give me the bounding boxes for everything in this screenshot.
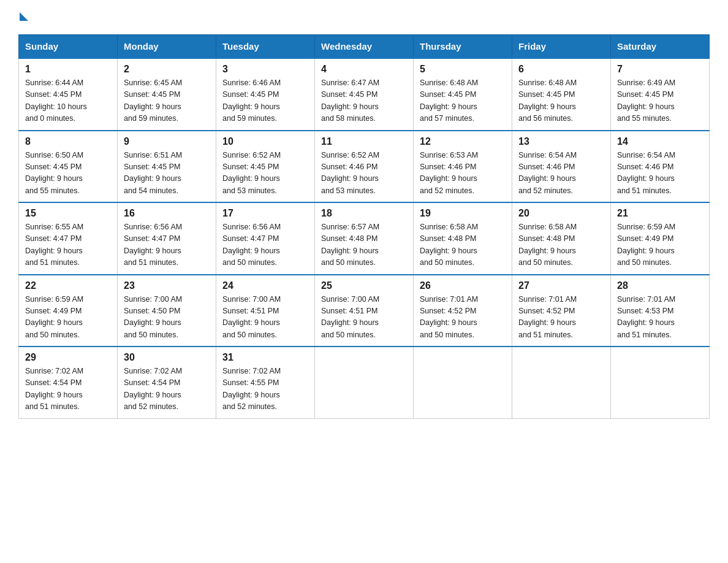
day-info: Sunrise: 6:58 AMSunset: 4:48 PMDaylight:… xyxy=(518,223,577,267)
day-info: Sunrise: 6:51 AMSunset: 4:45 PMDaylight:… xyxy=(124,151,182,195)
day-info: Sunrise: 6:49 AMSunset: 4:45 PMDaylight:… xyxy=(617,79,675,123)
table-row: 21 Sunrise: 6:59 AMSunset: 4:49 PMDaylig… xyxy=(611,202,710,275)
day-info: Sunrise: 6:46 AMSunset: 4:45 PMDaylight:… xyxy=(222,79,281,123)
day-number: 20 xyxy=(518,208,604,219)
table-row xyxy=(611,347,710,418)
day-number: 12 xyxy=(420,136,506,147)
day-info: Sunrise: 7:01 AMSunset: 4:53 PMDaylight:… xyxy=(617,295,675,339)
day-number: 2 xyxy=(124,64,210,75)
day-info: Sunrise: 6:58 AMSunset: 4:48 PMDaylight:… xyxy=(420,223,478,267)
logo-triangle-icon xyxy=(20,12,28,21)
day-number: 8 xyxy=(25,136,111,147)
day-number: 13 xyxy=(518,136,604,147)
day-info: Sunrise: 7:01 AMSunset: 4:52 PMDaylight:… xyxy=(420,295,478,339)
table-row: 6 Sunrise: 6:48 AMSunset: 4:45 PMDayligh… xyxy=(512,58,611,131)
table-row: 28 Sunrise: 7:01 AMSunset: 4:53 PMDaylig… xyxy=(611,275,710,347)
table-row: 12 Sunrise: 6:53 AMSunset: 4:46 PMDaylig… xyxy=(414,131,512,203)
table-row: 4 Sunrise: 6:47 AMSunset: 4:45 PMDayligh… xyxy=(315,58,414,131)
day-info: Sunrise: 6:59 AMSunset: 4:49 PMDaylight:… xyxy=(617,223,675,267)
day-info: Sunrise: 6:56 AMSunset: 4:47 PMDaylight:… xyxy=(124,223,182,267)
day-number: 26 xyxy=(420,280,506,291)
day-info: Sunrise: 6:54 AMSunset: 4:46 PMDaylight:… xyxy=(617,151,675,195)
day-info: Sunrise: 6:47 AMSunset: 4:45 PMDaylight:… xyxy=(321,79,379,123)
col-wednesday: Wednesday xyxy=(315,35,414,59)
day-number: 30 xyxy=(124,352,210,363)
day-number: 28 xyxy=(617,280,703,291)
day-number: 25 xyxy=(321,280,407,291)
day-number: 18 xyxy=(321,208,407,219)
day-info: Sunrise: 6:48 AMSunset: 4:45 PMDaylight:… xyxy=(420,79,478,123)
day-info: Sunrise: 7:02 AMSunset: 4:54 PMDaylight:… xyxy=(25,367,83,411)
logo xyxy=(18,12,28,23)
day-info: Sunrise: 7:02 AMSunset: 4:55 PMDaylight:… xyxy=(222,367,281,411)
day-number: 24 xyxy=(222,280,308,291)
day-number: 3 xyxy=(222,64,308,75)
day-number: 22 xyxy=(25,280,111,291)
table-row: 16 Sunrise: 6:56 AMSunset: 4:47 PMDaylig… xyxy=(118,202,216,275)
table-row: 15 Sunrise: 6:55 AMSunset: 4:47 PMDaylig… xyxy=(19,202,118,275)
day-number: 6 xyxy=(518,64,604,75)
page-header xyxy=(18,12,710,23)
calendar-week-row: 29 Sunrise: 7:02 AMSunset: 4:54 PMDaylig… xyxy=(19,347,710,418)
calendar-week-row: 22 Sunrise: 6:59 AMSunset: 4:49 PMDaylig… xyxy=(19,275,710,347)
day-info: Sunrise: 7:00 AMSunset: 4:51 PMDaylight:… xyxy=(222,295,281,339)
table-row: 27 Sunrise: 7:01 AMSunset: 4:52 PMDaylig… xyxy=(512,275,611,347)
table-row: 1 Sunrise: 6:44 AMSunset: 4:45 PMDayligh… xyxy=(19,58,118,131)
day-number: 29 xyxy=(25,352,111,363)
col-monday: Monday xyxy=(118,35,216,59)
table-row: 19 Sunrise: 6:58 AMSunset: 4:48 PMDaylig… xyxy=(414,202,512,275)
table-row: 26 Sunrise: 7:01 AMSunset: 4:52 PMDaylig… xyxy=(414,275,512,347)
table-row xyxy=(512,347,611,418)
table-row: 25 Sunrise: 7:00 AMSunset: 4:51 PMDaylig… xyxy=(315,275,414,347)
day-info: Sunrise: 6:59 AMSunset: 4:49 PMDaylight:… xyxy=(25,295,83,339)
day-info: Sunrise: 6:52 AMSunset: 4:46 PMDaylight:… xyxy=(321,151,379,195)
col-thursday: Thursday xyxy=(414,35,512,59)
table-row: 29 Sunrise: 7:02 AMSunset: 4:54 PMDaylig… xyxy=(19,347,118,418)
day-number: 15 xyxy=(25,208,111,219)
day-number: 14 xyxy=(617,136,703,147)
table-row: 22 Sunrise: 6:59 AMSunset: 4:49 PMDaylig… xyxy=(19,275,118,347)
day-number: 4 xyxy=(321,64,407,75)
table-row: 13 Sunrise: 6:54 AMSunset: 4:46 PMDaylig… xyxy=(512,131,611,203)
day-number: 5 xyxy=(420,64,506,75)
day-info: Sunrise: 6:48 AMSunset: 4:45 PMDaylight:… xyxy=(518,79,577,123)
table-row: 17 Sunrise: 6:56 AMSunset: 4:47 PMDaylig… xyxy=(216,202,315,275)
calendar-header-row: Sunday Monday Tuesday Wednesday Thursday… xyxy=(19,35,710,59)
table-row: 14 Sunrise: 6:54 AMSunset: 4:46 PMDaylig… xyxy=(611,131,710,203)
day-number: 7 xyxy=(617,64,703,75)
day-number: 23 xyxy=(124,280,210,291)
table-row: 9 Sunrise: 6:51 AMSunset: 4:45 PMDayligh… xyxy=(118,131,216,203)
table-row: 24 Sunrise: 7:00 AMSunset: 4:51 PMDaylig… xyxy=(216,275,315,347)
table-row: 20 Sunrise: 6:58 AMSunset: 4:48 PMDaylig… xyxy=(512,202,611,275)
day-info: Sunrise: 6:56 AMSunset: 4:47 PMDaylight:… xyxy=(222,223,281,267)
col-sunday: Sunday xyxy=(19,35,118,59)
table-row: 18 Sunrise: 6:57 AMSunset: 4:48 PMDaylig… xyxy=(315,202,414,275)
day-info: Sunrise: 7:01 AMSunset: 4:52 PMDaylight:… xyxy=(518,295,577,339)
day-info: Sunrise: 6:53 AMSunset: 4:46 PMDaylight:… xyxy=(420,151,478,195)
day-info: Sunrise: 6:54 AMSunset: 4:46 PMDaylight:… xyxy=(518,151,577,195)
table-row: 11 Sunrise: 6:52 AMSunset: 4:46 PMDaylig… xyxy=(315,131,414,203)
day-number: 16 xyxy=(124,208,210,219)
calendar-week-row: 15 Sunrise: 6:55 AMSunset: 4:47 PMDaylig… xyxy=(19,202,710,275)
day-info: Sunrise: 6:45 AMSunset: 4:45 PMDaylight:… xyxy=(124,79,182,123)
table-row: 3 Sunrise: 6:46 AMSunset: 4:45 PMDayligh… xyxy=(216,58,315,131)
col-friday: Friday xyxy=(512,35,611,59)
day-info: Sunrise: 6:44 AMSunset: 4:45 PMDaylight:… xyxy=(25,79,87,123)
day-info: Sunrise: 6:55 AMSunset: 4:47 PMDaylight:… xyxy=(25,223,83,267)
col-saturday: Saturday xyxy=(611,35,710,59)
day-number: 27 xyxy=(518,280,604,291)
day-info: Sunrise: 7:00 AMSunset: 4:50 PMDaylight:… xyxy=(124,295,182,339)
table-row xyxy=(414,347,512,418)
table-row xyxy=(315,347,414,418)
table-row: 7 Sunrise: 6:49 AMSunset: 4:45 PMDayligh… xyxy=(611,58,710,131)
table-row: 10 Sunrise: 6:52 AMSunset: 4:45 PMDaylig… xyxy=(216,131,315,203)
day-info: Sunrise: 7:00 AMSunset: 4:51 PMDaylight:… xyxy=(321,295,379,339)
day-number: 19 xyxy=(420,208,506,219)
day-number: 9 xyxy=(124,136,210,147)
col-tuesday: Tuesday xyxy=(216,35,315,59)
day-number: 11 xyxy=(321,136,407,147)
calendar-week-row: 8 Sunrise: 6:50 AMSunset: 4:45 PMDayligh… xyxy=(19,131,710,203)
calendar-table: Sunday Monday Tuesday Wednesday Thursday… xyxy=(18,34,710,419)
table-row: 30 Sunrise: 7:02 AMSunset: 4:54 PMDaylig… xyxy=(118,347,216,418)
table-row: 2 Sunrise: 6:45 AMSunset: 4:45 PMDayligh… xyxy=(118,58,216,131)
